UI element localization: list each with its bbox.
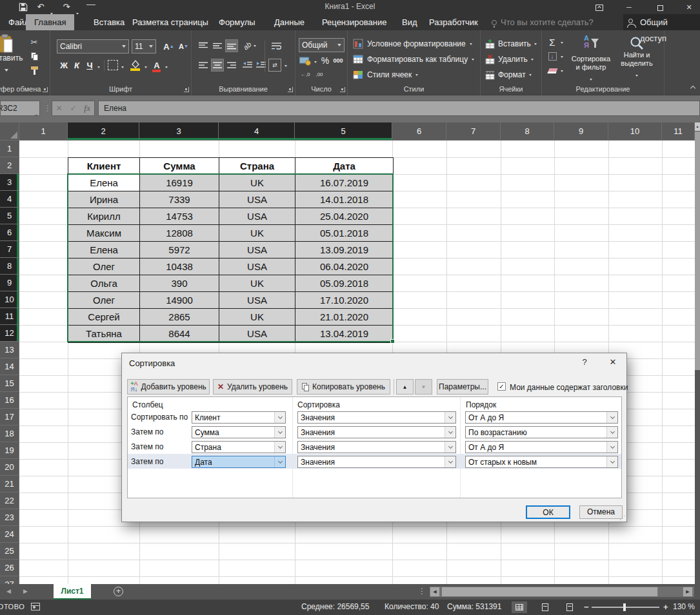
clear-icon[interactable] [547,66,557,75]
column-header-4[interactable]: 4 [219,122,295,141]
cell-r10c4[interactable]: USA [219,292,295,309]
headers-checkbox[interactable]: ✓ [497,382,506,391]
cell-r7c3[interactable]: 5972 [140,242,219,259]
format-as-table-button[interactable]: Форматировать как таблицу [353,52,475,66]
hscroll-left-icon[interactable]: ◀ [430,587,440,597]
row-header-7[interactable]: 7 [0,241,19,258]
insert-cells-button[interactable]: Вставить [485,37,538,51]
cell-r4c4[interactable]: USA [219,191,295,208]
row-header-4[interactable]: 4 [0,191,19,208]
level-2-sort_on-combo[interactable]: Значения [297,426,456,438]
autosum-dropdown-icon[interactable] [559,39,565,46]
cell-r12c3[interactable]: 8644 [140,326,219,342]
dialog-resize-grip[interactable]: ⋰ [619,514,625,521]
row-header-8[interactable]: 8 [0,258,19,275]
column-header-1[interactable]: 1 [19,122,68,141]
sheet-tab-active[interactable]: Лист1 [54,584,91,600]
cell-r7c2[interactable]: Елена [68,242,140,259]
autosum-icon[interactable]: Σ [547,37,557,47]
align-left-icon[interactable] [197,59,210,72]
cell-r4c2[interactable]: Ирина [68,191,140,208]
combo-dropdown-icon[interactable] [606,456,617,467]
normal-view-icon[interactable] [512,601,527,613]
level-3-column-combo[interactable]: Страна [192,441,286,453]
select-all-corner[interactable] [0,122,19,141]
options-button[interactable]: Параметры... [437,379,488,395]
insert-function-icon[interactable]: fx [84,101,90,115]
combo-dropdown-icon[interactable] [274,442,285,453]
macro-record-icon[interactable] [31,603,40,610]
level-4-sort_on-combo[interactable]: Значения [297,456,456,468]
align-right-icon[interactable] [225,59,238,72]
copy-level-button[interactable]: Копировать уровень [297,379,390,395]
cell-r9c5[interactable]: 05.09.2018 [295,275,393,292]
row-header-9[interactable]: 9 [0,275,19,291]
align-center-icon[interactable] [211,59,224,72]
level-2-order-combo[interactable]: По возрастанию [465,426,618,438]
font-name-combo[interactable]: Calibri [57,39,129,54]
cell-r6c4[interactable]: UK [219,225,295,242]
accounting-format-icon[interactable] [299,56,312,66]
cell-r12c2[interactable]: Татьяна [68,326,140,342]
horizontal-scrollbar-thumb[interactable] [441,587,658,597]
column-header-10[interactable]: 10 [608,122,662,141]
borders-icon[interactable] [108,60,118,70]
ok-button[interactable]: ОК [526,505,570,519]
collapse-ribbon-icon[interactable] [689,83,697,91]
level-1-order-combo[interactable]: От А до Я [465,411,618,424]
row-header-23[interactable]: 23 [0,509,19,526]
cell-r9c4[interactable]: UK [219,275,295,292]
combo-dropdown-icon[interactable] [445,442,455,453]
sheet-nav-left-icon[interactable]: ◀ [6,588,11,594]
fill-icon[interactable]: ↓ [547,51,557,61]
level-1-column-combo[interactable]: Клиент [192,411,286,424]
combo-dropdown-icon[interactable] [445,412,455,423]
cell-r9c3[interactable]: 390 [140,275,219,292]
level-3-sort_on-combo[interactable]: Значения [297,441,456,453]
grow-font-icon[interactable]: А▲ [160,39,173,54]
row-header-2[interactable]: 2 [0,157,19,174]
row-header-13[interactable]: 13 [0,342,19,358]
percent-style-icon[interactable]: % [320,55,330,66]
minimize-icon[interactable]: ─ [618,0,640,14]
format-painter-icon[interactable] [28,65,40,75]
tab-scroll-divider-icon[interactable]: ⋮ [418,587,426,596]
column-header-9[interactable]: 9 [554,122,608,141]
tab-4[interactable]: Разметка страницы [124,14,217,30]
underline-button[interactable]: Ч [84,59,95,72]
cell-r4c5[interactable]: 14.01.2018 [295,191,393,208]
enter-entry-icon[interactable]: ✓ [70,101,77,115]
clipboard-dialog-launcher-icon[interactable] [43,87,48,92]
cell-r10c2[interactable]: Олег [68,292,140,309]
column-header-11[interactable]: 11 [662,122,695,141]
bold-button[interactable]: Ж [58,59,70,72]
cell-r11c3[interactable]: 2865 [140,309,219,326]
row-header-18[interactable]: 18 [0,425,19,442]
cell-r8c5[interactable]: 06.04.2020 [295,259,393,275]
cell-r10c3[interactable]: 14900 [140,292,219,309]
table-header-cell[interactable]: Сумма [140,158,219,175]
number-format-combo[interactable]: Общий [299,38,345,52]
level-4-column-combo[interactable]: Дата [192,456,286,468]
hscroll-right-icon[interactable]: ▶ [683,587,693,597]
column-header-6[interactable]: 6 [392,122,446,141]
vertical-scrollbar[interactable]: ▲ [695,122,700,584]
row-header-27[interactable]: 27 [0,576,19,584]
cell-r11c5[interactable]: 21.01.2020 [295,309,393,326]
zoom-level[interactable]: 130 % [673,602,695,611]
sort-filter-button[interactable]: АЯ Сортировка и фильтр [570,35,612,83]
decrease-indent-icon[interactable] [241,59,254,72]
row-header-11[interactable]: 11 [0,308,19,325]
tab-7[interactable]: Рецензирование [314,14,395,30]
row-header-25[interactable]: 25 [0,543,19,560]
level-3-order-combo[interactable]: От А до Я [465,441,618,453]
merge-center-icon[interactable]: ⇄ [268,59,281,72]
cell-r3c4[interactable]: UK [219,175,295,191]
row-header-3[interactable]: 3 [0,174,19,191]
row-header-20[interactable]: 20 [0,459,19,476]
combo-dropdown-icon[interactable] [274,427,285,438]
combo-dropdown-icon[interactable] [274,456,285,467]
format-cells-button[interactable]: Формат [485,68,538,82]
level-4-order-combo[interactable]: От старых к новым [465,456,618,468]
combo-dropdown-icon[interactable] [274,412,285,423]
